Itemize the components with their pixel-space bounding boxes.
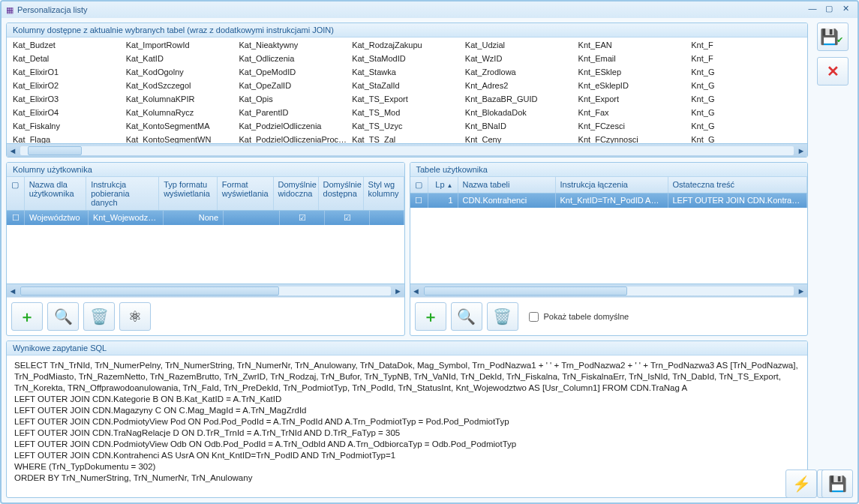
table-name-header[interactable]: Nazwa tabeli xyxy=(458,177,556,193)
available-column-item[interactable]: Kat_TS_Uzyc xyxy=(350,122,464,135)
available-column-item[interactable]: Kat_RodzajZakupu xyxy=(350,40,464,54)
available-column-item[interactable]: Kat_KolumnaRycz xyxy=(125,108,238,122)
row-defvis[interactable]: ☑ xyxy=(280,211,325,225)
available-column-item[interactable]: Kat_TS_Mod xyxy=(350,108,464,122)
available-column-item[interactable]: Kat_ImportRowId xyxy=(125,40,238,54)
available-column-item[interactable]: Kat_WzID xyxy=(464,54,577,68)
available-column-item[interactable]: Knt_BNaID xyxy=(464,122,577,135)
available-column-item[interactable]: Knt_Fax xyxy=(577,108,690,122)
available-column-item[interactable]: Knt_F xyxy=(689,54,803,68)
available-column-item[interactable]: Kat_PodzielOdliczenia xyxy=(237,122,350,135)
user-column-row[interactable]: ☐ Województwo Knt_Wojewodztwo None ☑ ☑ xyxy=(7,211,404,225)
available-hscroll[interactable]: ◄ ► xyxy=(7,143,807,157)
available-column-item[interactable]: Kat_Nieaktywny xyxy=(237,40,350,54)
available-column-item[interactable]: Kat_ParentID xyxy=(237,108,350,122)
delete-column-button[interactable]: 🗑️ xyxy=(83,302,115,331)
available-column-item[interactable]: Knt_FCzynnosci xyxy=(577,135,690,143)
user-tables-hscroll[interactable]: ◄ ► xyxy=(410,284,808,297)
row-checkbox[interactable]: ☐ xyxy=(410,194,428,208)
scroll-thumb[interactable] xyxy=(28,146,82,155)
scroll-track[interactable] xyxy=(20,146,794,155)
scroll-thumb[interactable] xyxy=(424,286,627,296)
scroll-track[interactable] xyxy=(20,286,391,296)
search-table-button[interactable]: 🔍 xyxy=(451,302,482,331)
available-column-item[interactable]: Kat_Odliczenia xyxy=(237,54,350,68)
table-join-header[interactable]: Instrukcja łączenia xyxy=(556,177,668,193)
available-column-item[interactable]: Knt_G xyxy=(689,135,803,143)
available-column-item[interactable]: Kat_TS_Export xyxy=(350,94,464,108)
scroll-right-icon[interactable]: ► xyxy=(392,286,404,296)
available-column-item[interactable]: Knt_G xyxy=(689,94,803,108)
add-table-button[interactable]: ＋ xyxy=(415,302,446,331)
available-column-item[interactable]: Kat_Opis xyxy=(237,94,350,108)
available-column-item[interactable]: Kat_PodzielOdliczeniaProcent xyxy=(237,135,350,143)
available-column-item[interactable]: Knt_G xyxy=(689,81,803,94)
table-lp-header[interactable]: Lp xyxy=(428,177,458,193)
column-name-header[interactable]: Nazwa dla użytkownika xyxy=(25,177,87,210)
scroll-left-icon[interactable]: ◄ xyxy=(7,146,19,155)
scroll-right-icon[interactable]: ► xyxy=(795,286,807,296)
scroll-left-icon[interactable]: ◄ xyxy=(7,286,19,296)
column-instr-header[interactable]: Instrukcja pobierania danych xyxy=(86,177,159,210)
available-column-item[interactable]: Kat_OpeZalID xyxy=(237,81,350,94)
minimize-button[interactable]: — xyxy=(805,4,820,16)
available-column-item[interactable]: Kat_StaZalId xyxy=(350,81,464,94)
execute-button[interactable]: ⚡ xyxy=(785,470,808,498)
available-column-item[interactable]: Knt_Email xyxy=(577,54,690,68)
available-column-item[interactable]: Kat_ElixirO4 xyxy=(11,108,125,122)
available-columns-grid[interactable]: Kat_BudzetKat_ImportRowIdKat_NieaktywnyK… xyxy=(7,38,807,143)
available-column-item[interactable]: Kat_Flaga xyxy=(11,135,125,143)
available-column-item[interactable]: Kat_TS_Zal xyxy=(350,135,464,143)
show-default-tables-checkbox[interactable]: Pokaż tabele domyślne xyxy=(526,310,629,324)
available-column-item[interactable]: Kat_KolumnaKPIR xyxy=(125,94,238,108)
available-column-item[interactable]: Kat_Zrodlowa xyxy=(464,68,577,81)
available-column-item[interactable]: Kat_StaModID xyxy=(350,54,464,68)
available-column-item[interactable]: Knt_BlokadaDok xyxy=(464,108,577,122)
column-defavl-header[interactable]: Domyślnie dostępna xyxy=(319,177,364,210)
test-column-button[interactable]: ⚛ xyxy=(119,302,151,331)
table-final-header[interactable]: Ostateczna treść xyxy=(668,177,808,193)
maximize-button[interactable]: ▢ xyxy=(821,4,836,16)
available-column-item[interactable]: Kat_ElixirO3 xyxy=(11,94,125,108)
delete-table-button[interactable]: 🗑️ xyxy=(487,302,518,331)
row-checkbox[interactable]: ☐ xyxy=(7,211,25,225)
scroll-track[interactable] xyxy=(424,286,794,296)
available-column-item[interactable]: Kat_Stawka xyxy=(350,68,464,81)
available-column-item[interactable]: Knt_ESklep xyxy=(577,68,690,81)
available-column-item[interactable]: Knt_EAN xyxy=(577,40,690,54)
sql-text[interactable]: SELECT TrN_TrNId, TrN_NumerPelny, TrN_Nu… xyxy=(7,356,807,497)
search-column-button[interactable]: 🔍 xyxy=(47,302,79,331)
available-column-item[interactable]: Knt_G xyxy=(689,108,803,122)
cancel-button[interactable]: ✕ xyxy=(817,57,848,86)
scroll-left-icon[interactable]: ◄ xyxy=(410,286,422,296)
available-column-item[interactable]: Knt_Adres2 xyxy=(464,81,577,94)
available-column-item[interactable]: Kat_OpeModID xyxy=(237,68,350,81)
user-table-row[interactable]: ☐ 1 CDN.Kontrahenci Knt_KntID=TrN_PodID … xyxy=(410,194,808,208)
user-columns-hscroll[interactable]: ◄ ► xyxy=(7,284,404,297)
scroll-thumb[interactable] xyxy=(20,286,279,296)
column-defvis-header[interactable]: Domyślnie widoczna xyxy=(274,177,319,210)
available-column-item[interactable]: Kat_Budzet xyxy=(11,40,125,54)
row-defavl[interactable]: ☑ xyxy=(325,211,370,225)
save-button[interactable]: 💾✔ xyxy=(817,22,848,51)
column-checkbox-header[interactable]: ▢ xyxy=(7,177,25,210)
available-column-item[interactable]: Kat_KontoSegmentMA xyxy=(125,122,238,135)
available-column-item[interactable]: Kat_KodOgolny xyxy=(125,68,238,81)
available-column-item[interactable]: Kat_KontoSegmentWN xyxy=(125,135,238,143)
available-column-item[interactable]: Knt_eSklepID xyxy=(577,81,690,94)
available-column-item[interactable]: Kat_KodSzczegol xyxy=(125,81,238,94)
available-column-item[interactable]: Kat_ElixirO1 xyxy=(11,68,125,81)
available-column-item[interactable]: Knt_BazaBR_GUID xyxy=(464,94,577,108)
available-column-item[interactable]: Knt_F xyxy=(689,40,803,54)
available-column-item[interactable]: Kat_Udzial xyxy=(464,40,577,54)
show-default-tables-input[interactable] xyxy=(529,312,539,322)
available-column-item[interactable]: Knt_G xyxy=(689,122,803,135)
available-column-item[interactable]: Knt_Ceny xyxy=(464,135,577,143)
available-column-item[interactable]: Knt_Export xyxy=(577,94,690,108)
column-fmt-header[interactable]: Format wyświetlania xyxy=(218,177,274,210)
add-column-button[interactable]: ＋ xyxy=(11,302,43,331)
close-button[interactable]: ✕ xyxy=(838,4,853,16)
table-checkbox-header[interactable]: ▢ xyxy=(410,177,428,193)
available-column-item[interactable]: Kat_Detal xyxy=(11,54,125,68)
available-column-item[interactable]: Kat_KatID xyxy=(125,54,238,68)
